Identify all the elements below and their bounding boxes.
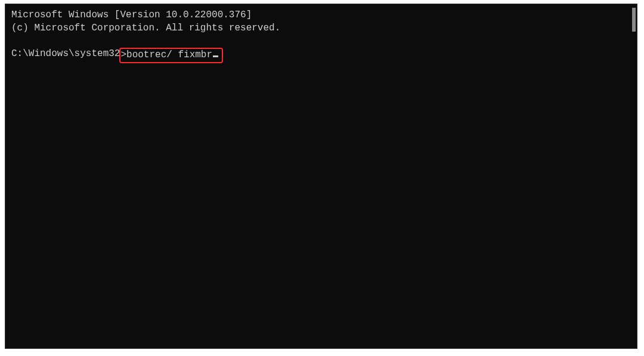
prompt-symbol: > xyxy=(120,49,126,62)
scrollbar-track[interactable] xyxy=(628,4,637,348)
copyright-line: (c) Microsoft Corporation. All rights re… xyxy=(11,22,631,35)
prompt-line[interactable]: C:\Windows\system32>bootrec/ fixmbr xyxy=(11,48,631,64)
command-prompt-window[interactable]: Microsoft Windows [Version 10.0.22000.37… xyxy=(5,4,637,349)
command-highlight-box: >bootrec/ fixmbr xyxy=(119,48,223,64)
command-input[interactable]: bootrec/ fixmbr xyxy=(126,49,212,62)
prompt-path: C:\Windows\system32 xyxy=(11,48,120,61)
blank-line xyxy=(11,35,631,48)
text-cursor-icon xyxy=(213,55,218,57)
version-line: Microsoft Windows [Version 10.0.22000.37… xyxy=(11,9,631,22)
scrollbar-thumb[interactable] xyxy=(632,8,636,32)
